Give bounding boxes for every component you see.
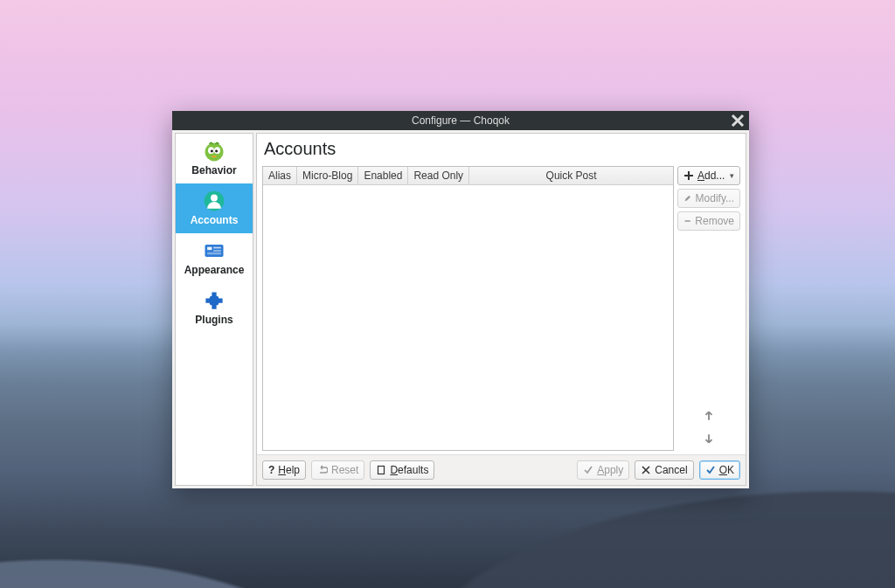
svg-rect-12 <box>378 467 385 474</box>
sidebar-item-label: Plugins <box>195 314 232 326</box>
accounts-icon <box>202 189 226 213</box>
configure-dialog: Configure — Choqok Behavior Accounts <box>172 111 749 488</box>
cancel-button[interactable]: Cancel <box>635 460 693 480</box>
dialog-button-bar: ? Help Reset Defaults Apply <box>257 454 746 485</box>
modify-label: Modify... <box>696 192 734 204</box>
remove-button: Remove <box>677 211 740 231</box>
undo-icon <box>317 465 328 475</box>
check-icon <box>583 465 593 475</box>
col-alias[interactable]: Alias <box>263 167 297 184</box>
svg-point-0 <box>205 142 224 161</box>
check-icon <box>705 465 716 475</box>
svg-rect-9 <box>213 247 221 249</box>
minus-icon <box>683 216 691 226</box>
svg-rect-11 <box>207 252 221 255</box>
plus-icon <box>683 170 694 181</box>
move-down-button[interactable] <box>699 430 718 447</box>
add-button[interactable]: Add... ▾ <box>677 166 740 185</box>
move-up-button[interactable] <box>699 407 718 425</box>
sidebar-item-plugins[interactable]: Plugins <box>176 283 253 333</box>
table-body-empty <box>263 185 673 450</box>
apply-button: Apply <box>577 460 629 480</box>
dropdown-caret-icon: ▾ <box>730 171 734 180</box>
arrow-down-icon <box>703 432 715 445</box>
col-readonly[interactable]: Read Only <box>408 167 469 184</box>
svg-point-4 <box>215 150 218 153</box>
plugins-icon <box>202 288 226 313</box>
svg-rect-8 <box>207 247 212 251</box>
main-panel: Accounts Alias Micro-Blog Enabled Read O… <box>256 133 746 486</box>
accounts-table[interactable]: Alias Micro-Blog Enabled Read Only Quick… <box>262 166 674 451</box>
titlebar[interactable]: Configure — Choqok <box>172 111 749 130</box>
col-quickpost[interactable]: Quick Post <box>469 167 673 184</box>
close-button[interactable] <box>730 113 746 128</box>
arrow-up-icon <box>703 410 715 422</box>
col-enabled[interactable]: Enabled <box>358 167 408 184</box>
window-title: Configure — Choqok <box>412 114 510 127</box>
defaults-button[interactable]: Defaults <box>370 460 434 480</box>
sidebar-item-accounts[interactable]: Accounts <box>176 183 253 233</box>
x-icon <box>641 465 651 475</box>
behavior-icon <box>202 139 226 163</box>
col-microblog[interactable]: Micro-Blog <box>297 167 358 184</box>
ok-button[interactable]: OK <box>699 460 740 480</box>
sidebar-item-appearance[interactable]: Appearance <box>176 233 253 283</box>
sidebar-item-behavior[interactable]: Behavior <box>176 134 253 183</box>
svg-rect-10 <box>213 250 221 252</box>
sidebar-item-label: Appearance <box>184 264 245 276</box>
remove-label: Remove <box>695 215 734 227</box>
account-action-buttons: Add... ▾ Modify... Remove <box>677 166 740 451</box>
help-button[interactable]: ? Help <box>262 460 306 480</box>
appearance-icon <box>202 239 226 263</box>
sidebar-item-label: Accounts <box>191 214 239 226</box>
question-icon: ? <box>268 464 274 476</box>
table-header: Alias Micro-Blog Enabled Read Only Quick… <box>263 167 673 185</box>
svg-point-6 <box>211 195 218 202</box>
modify-button: Modify... <box>677 189 740 208</box>
sidebar-item-label: Behavior <box>191 164 236 176</box>
category-sidebar: Behavior Accounts Appearance Plugins <box>175 133 253 486</box>
close-icon <box>730 113 746 128</box>
document-icon <box>376 465 386 475</box>
svg-point-3 <box>211 150 213 153</box>
reset-button: Reset <box>311 460 364 480</box>
pencil-icon <box>683 193 692 204</box>
page-title: Accounts <box>257 134 746 166</box>
